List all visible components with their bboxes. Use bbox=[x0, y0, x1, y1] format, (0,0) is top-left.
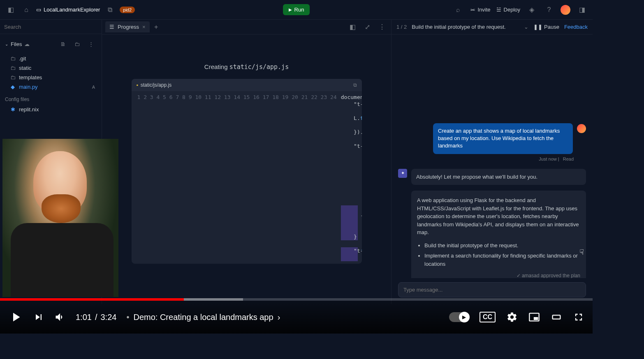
ai-conversation: Create an app that shows a map of local … bbox=[391, 35, 593, 278]
file-status-badge: A bbox=[92, 85, 97, 90]
home-icon[interactable]: ⌂ bbox=[21, 4, 32, 16]
step-counter: 1 / 2 bbox=[396, 24, 407, 30]
panel-toggle-icon[interactable]: ◧ bbox=[5, 4, 16, 16]
ai-message-input[interactable] bbox=[398, 282, 586, 297]
python-icon: ◆ bbox=[10, 84, 16, 90]
plan-approved-text: amasad approved the plan bbox=[417, 272, 580, 278]
new-tab-button[interactable]: + bbox=[151, 21, 162, 33]
ai-intro-message: Absolutely! Let me propose what we'll bu… bbox=[411, 169, 586, 185]
ai-avatar-icon: ✦ bbox=[398, 169, 407, 178]
code-lines: document.addEventListener('DOMContentLoa… bbox=[341, 91, 362, 264]
user-avatar-small bbox=[577, 124, 586, 133]
settings-button[interactable] bbox=[506, 311, 518, 323]
captions-button[interactable]: CC bbox=[480, 312, 496, 322]
current-time: 1:01 bbox=[76, 313, 92, 322]
sidebar-search[interactable] bbox=[0, 20, 102, 34]
ai-header: 1 / 2 Build the initial prototype of the… bbox=[391, 20, 593, 35]
fullscreen-button[interactable] bbox=[573, 311, 584, 323]
nix-icon: ✱ bbox=[10, 106, 16, 113]
code-header: ▪ static/js/app.js ⧉ bbox=[132, 79, 362, 91]
user-message-row: Create an app that shows a map of local … bbox=[398, 123, 586, 154]
ai-message-row: ✦ Absolutely! Let me propose what we'll … bbox=[398, 169, 586, 185]
invite-button[interactable]: ⫘Invite bbox=[470, 7, 490, 13]
run-button[interactable]: Run bbox=[283, 4, 310, 15]
expand-icon[interactable]: ⤢ bbox=[361, 21, 373, 33]
next-button[interactable] bbox=[33, 311, 44, 323]
creating-title: Creating static/js/app.js bbox=[114, 63, 379, 71]
chapter-indicator[interactable]: • Demo: Creating a local landmarks app › bbox=[126, 313, 280, 322]
new-file-icon[interactable]: 🗎 bbox=[57, 38, 69, 50]
copy-code-icon[interactable]: ⧉ bbox=[353, 82, 357, 88]
ai-plan-block: A web application using Flask for the ba… bbox=[411, 191, 586, 278]
plan-item: Build the initial prototype of the reque… bbox=[424, 242, 580, 250]
ai-plan-list: Build the initial prototype of the reque… bbox=[424, 242, 580, 268]
video-time: 1:01 / 3:24 bbox=[76, 313, 116, 322]
plan-item: Implement a search functionality for fin… bbox=[424, 252, 580, 268]
search-icon[interactable]: ⌕ bbox=[452, 4, 464, 16]
file-item-static[interactable]: 🗀static bbox=[0, 63, 102, 73]
deploy-button[interactable]: ☱Deploy bbox=[496, 7, 520, 13]
chevron-right-icon: › bbox=[278, 313, 280, 322]
message-meta: Just now | Read bbox=[398, 156, 586, 161]
split-icon[interactable]: ◧ bbox=[347, 21, 358, 33]
play-button[interactable] bbox=[8, 310, 23, 324]
top-bar: ◧ ⌂ ▭ LocalLandmarkExplorer ⧉ pid2 Run ⌕… bbox=[0, 0, 593, 20]
file-item-templates[interactable]: 🗀templates bbox=[0, 73, 102, 82]
more-icon[interactable]: ⋮ bbox=[85, 38, 97, 50]
chapter-label: Demo: Creating a local landmarks app bbox=[133, 313, 273, 322]
pause-button[interactable]: ❚❚Pause bbox=[533, 24, 559, 30]
files-label: Files bbox=[11, 41, 22, 47]
editor-content: Creating static/js/app.js ▪ static/js/ap… bbox=[102, 35, 391, 304]
code-file-path: static/js/app.js bbox=[141, 82, 171, 88]
rocket-icon: ☱ bbox=[496, 7, 501, 13]
main-editor-area: ☰ Progress × + ◧ ⤢ ⋮ Creating static/js/… bbox=[102, 20, 391, 304]
tab-bar: ☰ Progress × + ◧ ⤢ ⋮ bbox=[102, 20, 391, 35]
project-badge: pid2 bbox=[120, 7, 135, 13]
panel-right-icon[interactable]: ◨ bbox=[576, 4, 588, 16]
cloud-icon: ☁ bbox=[24, 41, 30, 47]
tab-progress[interactable]: ☰ Progress × bbox=[105, 21, 150, 32]
folder-icon: 🗀 bbox=[10, 74, 16, 81]
copy-icon[interactable]: ⧉ bbox=[104, 4, 116, 16]
files-header[interactable]: ⌄ Files ☁ 🗎 🗀 ⋮ bbox=[0, 34, 102, 54]
plan-title: Build the initial prototype of the reque… bbox=[412, 24, 519, 30]
user-avatar[interactable] bbox=[561, 5, 570, 15]
folder-icon: 🗀 bbox=[10, 65, 16, 71]
new-folder-icon[interactable]: 🗀 bbox=[71, 38, 83, 50]
invite-icon: ⫘ bbox=[470, 7, 475, 13]
config-section-label: Config files bbox=[0, 92, 102, 105]
project-name[interactable]: ▭ LocalLandmarkExplorer bbox=[36, 7, 100, 13]
js-icon: ▪ bbox=[137, 82, 138, 88]
folder-icon: 🗀 bbox=[10, 55, 16, 62]
help-icon[interactable]: ? bbox=[543, 4, 555, 16]
line-gutter: 1 2 3 4 5 6 7 8 9 10 11 12 13 14 15 16 1… bbox=[132, 91, 341, 264]
duration: 3:24 bbox=[101, 313, 117, 322]
chevron-down-icon[interactable]: ⌄ bbox=[524, 24, 528, 30]
file-item-main-py[interactable]: ◆main.pyA bbox=[0, 82, 102, 92]
progress-icon: ☰ bbox=[109, 24, 114, 30]
tab-more-icon[interactable]: ⋮ bbox=[376, 21, 388, 33]
webcam-overlay bbox=[2, 139, 118, 297]
chevron-down-icon: ⌄ bbox=[5, 42, 8, 46]
autoplay-toggle[interactable]: ▶ bbox=[449, 312, 469, 322]
ai-panel: 1 / 2 Build the initial prototype of the… bbox=[391, 20, 593, 304]
notifications-icon[interactable]: ◈ bbox=[526, 4, 537, 16]
feedback-link[interactable]: Feedback bbox=[564, 24, 588, 30]
user-message: Create an app that shows a map of local … bbox=[433, 123, 573, 154]
pause-icon: ❚❚ bbox=[533, 24, 542, 30]
window-icon: ▭ bbox=[36, 7, 41, 13]
search-input[interactable] bbox=[4, 24, 97, 30]
miniplayer-button[interactable] bbox=[528, 311, 540, 323]
volume-button[interactable] bbox=[54, 311, 66, 323]
project-name-text: LocalLandmarkExplorer bbox=[44, 7, 100, 13]
play-icon: ▶ bbox=[459, 312, 470, 322]
code-preview: ▪ static/js/app.js ⧉ 1 2 3 4 5 6 7 8 9 1… bbox=[132, 79, 362, 264]
video-controls: 1:01 / 3:24 • Demo: Creating a local lan… bbox=[0, 301, 593, 334]
close-icon[interactable]: × bbox=[142, 24, 146, 30]
file-item-git[interactable]: 🗀.git bbox=[0, 54, 102, 63]
ai-plan-description: A web application using Flask for the ba… bbox=[417, 196, 580, 237]
file-item-replit-nix[interactable]: ✱replit.nix bbox=[0, 105, 102, 114]
theater-button[interactable] bbox=[551, 311, 562, 323]
